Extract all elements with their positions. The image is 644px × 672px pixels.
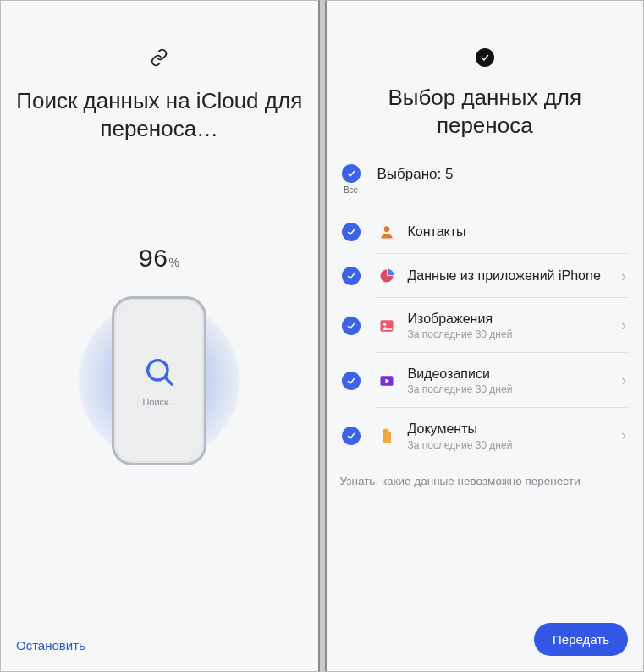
select-title: Выбор данных для переноса [327,84,644,139]
select-all-label: Все [344,185,358,195]
select-screen: Выбор данных для переноса Все Выбрано: 5 [325,0,645,672]
list-item-appdata[interactable]: Данные из приложений iPhone › [335,254,630,297]
progress-value: 96 [139,244,168,272]
search-title: Поиск данных на iCloud для переноса… [1,87,318,142]
item-label: Видеозаписи [408,366,610,382]
item-label: Контакты [408,223,629,240]
item-label: Данные из приложений iPhone [408,267,610,284]
transfer-button[interactable]: Передать [534,623,628,656]
list-item-documents[interactable]: Документы За последние 30 дней › [335,408,630,462]
checkbox-contacts[interactable] [342,223,361,241]
svg-point-4 [383,322,385,325]
checkbox-documents[interactable] [342,427,361,445]
check-badge-icon [327,48,644,67]
stop-button[interactable]: Остановить [16,638,85,653]
chevron-right-icon: › [621,267,628,285]
checkbox-videos[interactable] [342,372,361,390]
select-all-row[interactable]: Все Выбрано: 5 [335,161,630,210]
link-icon [1,48,318,70]
list-item-contacts[interactable]: Контакты [335,210,630,253]
item-sublabel: За последние 30 дней [408,439,610,451]
list-item-images[interactable]: Изображения За последние 30 дней › [335,298,630,352]
selected-count: Выбрано: 5 [377,166,454,183]
contacts-icon [377,223,396,241]
checkbox-appdata[interactable] [342,267,361,285]
progress-percent: 96% [139,244,179,273]
item-label: Изображения [408,311,610,327]
progress-unit: % [168,256,179,269]
svg-point-2 [383,226,389,232]
chevron-right-icon: › [621,372,628,389]
appdata-icon [377,267,396,285]
phone-status-label: Поиск... [142,397,176,407]
phone-graphic: Поиск... [66,288,252,474]
select-all-checkbox[interactable] [342,164,361,183]
images-icon [377,317,396,335]
data-list: Все Выбрано: 5 Контакты [327,161,644,463]
list-item-videos[interactable]: Видеозаписи За последние 30 дней › [335,353,630,407]
item-sublabel: За последние 30 дней [408,383,610,395]
search-icon [142,355,176,392]
checkbox-images[interactable] [342,317,361,335]
documents-icon [377,427,396,445]
phone-outline: Поиск... [112,296,206,465]
item-sublabel: За последние 30 дней [408,328,610,340]
item-label: Документы [408,421,610,437]
chevron-right-icon: › [621,317,628,334]
progress-area: 96% Поиск... [1,244,318,671]
svg-line-1 [165,377,172,384]
cannot-transfer-link[interactable]: Узнать, какие данные невозможно перенест… [327,463,644,487]
search-screen: Поиск данных на iCloud для переноса… 96%… [0,0,320,672]
chevron-right-icon: › [621,427,628,444]
videos-icon [377,372,396,390]
